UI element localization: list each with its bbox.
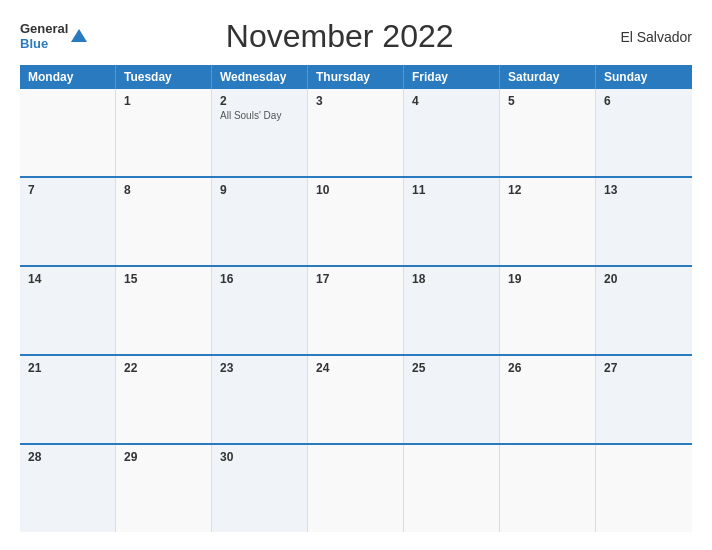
day-number: 1 — [124, 94, 203, 108]
month-title: November 2022 — [87, 18, 592, 55]
calendar-cell: 26 — [500, 356, 596, 443]
header-monday: Monday — [20, 65, 116, 89]
calendar-week-2: 78910111213 — [20, 178, 692, 267]
day-number: 11 — [412, 183, 491, 197]
header: General Blue November 2022 El Salvador — [20, 18, 692, 55]
header-friday: Friday — [404, 65, 500, 89]
day-number: 25 — [412, 361, 491, 375]
day-number: 13 — [604, 183, 684, 197]
calendar-cell: 12 — [500, 178, 596, 265]
calendar-cell — [500, 445, 596, 532]
day-number: 4 — [412, 94, 491, 108]
day-number: 8 — [124, 183, 203, 197]
logo-blue-text: Blue — [20, 37, 68, 51]
calendar-cell: 21 — [20, 356, 116, 443]
calendar-page: General Blue November 2022 El Salvador M… — [0, 0, 712, 550]
day-number: 14 — [28, 272, 107, 286]
calendar-cell: 16 — [212, 267, 308, 354]
day-number: 22 — [124, 361, 203, 375]
calendar-cell: 2All Souls' Day — [212, 89, 308, 176]
day-number: 7 — [28, 183, 107, 197]
calendar-cell: 7 — [20, 178, 116, 265]
calendar-week-1: 12All Souls' Day3456 — [20, 89, 692, 178]
header-wednesday: Wednesday — [212, 65, 308, 89]
day-number: 29 — [124, 450, 203, 464]
calendar: Monday Tuesday Wednesday Thursday Friday… — [20, 65, 692, 532]
calendar-cell: 29 — [116, 445, 212, 532]
calendar-cell: 5 — [500, 89, 596, 176]
calendar-cell: 9 — [212, 178, 308, 265]
calendar-cell: 20 — [596, 267, 692, 354]
calendar-cell: 30 — [212, 445, 308, 532]
calendar-body: 12All Souls' Day345678910111213141516171… — [20, 89, 692, 532]
calendar-cell: 17 — [308, 267, 404, 354]
day-number: 17 — [316, 272, 395, 286]
calendar-cell: 8 — [116, 178, 212, 265]
logo-general-text: General — [20, 22, 68, 36]
calendar-cell: 23 — [212, 356, 308, 443]
day-number: 28 — [28, 450, 107, 464]
calendar-cell: 11 — [404, 178, 500, 265]
calendar-cell — [308, 445, 404, 532]
calendar-cell — [20, 89, 116, 176]
day-number: 15 — [124, 272, 203, 286]
calendar-cell: 10 — [308, 178, 404, 265]
header-saturday: Saturday — [500, 65, 596, 89]
calendar-cell: 3 — [308, 89, 404, 176]
calendar-week-5: 282930 — [20, 445, 692, 532]
logo: General Blue — [20, 22, 87, 51]
calendar-week-3: 14151617181920 — [20, 267, 692, 356]
calendar-header-row: Monday Tuesday Wednesday Thursday Friday… — [20, 65, 692, 89]
day-number: 26 — [508, 361, 587, 375]
calendar-cell: 14 — [20, 267, 116, 354]
calendar-cell: 25 — [404, 356, 500, 443]
country-label: El Salvador — [592, 29, 692, 45]
header-thursday: Thursday — [308, 65, 404, 89]
header-tuesday: Tuesday — [116, 65, 212, 89]
calendar-cell: 4 — [404, 89, 500, 176]
day-number: 30 — [220, 450, 299, 464]
day-number: 2 — [220, 94, 299, 108]
calendar-cell: 27 — [596, 356, 692, 443]
day-number: 21 — [28, 361, 107, 375]
logo-text: General Blue — [20, 22, 68, 51]
calendar-cell: 19 — [500, 267, 596, 354]
day-number: 3 — [316, 94, 395, 108]
day-number: 16 — [220, 272, 299, 286]
logo-triangle-icon — [71, 29, 87, 42]
day-number: 10 — [316, 183, 395, 197]
day-number: 18 — [412, 272, 491, 286]
calendar-cell — [404, 445, 500, 532]
calendar-cell: 22 — [116, 356, 212, 443]
day-number: 27 — [604, 361, 684, 375]
day-number: 24 — [316, 361, 395, 375]
calendar-cell: 15 — [116, 267, 212, 354]
day-number: 9 — [220, 183, 299, 197]
calendar-cell: 13 — [596, 178, 692, 265]
day-number: 23 — [220, 361, 299, 375]
calendar-week-4: 21222324252627 — [20, 356, 692, 445]
header-sunday: Sunday — [596, 65, 692, 89]
day-number: 12 — [508, 183, 587, 197]
day-number: 20 — [604, 272, 684, 286]
calendar-cell: 24 — [308, 356, 404, 443]
day-number: 5 — [508, 94, 587, 108]
day-number: 19 — [508, 272, 587, 286]
calendar-cell: 18 — [404, 267, 500, 354]
calendar-cell — [596, 445, 692, 532]
calendar-cell: 6 — [596, 89, 692, 176]
event-label: All Souls' Day — [220, 110, 299, 121]
calendar-cell: 1 — [116, 89, 212, 176]
calendar-cell: 28 — [20, 445, 116, 532]
day-number: 6 — [604, 94, 684, 108]
